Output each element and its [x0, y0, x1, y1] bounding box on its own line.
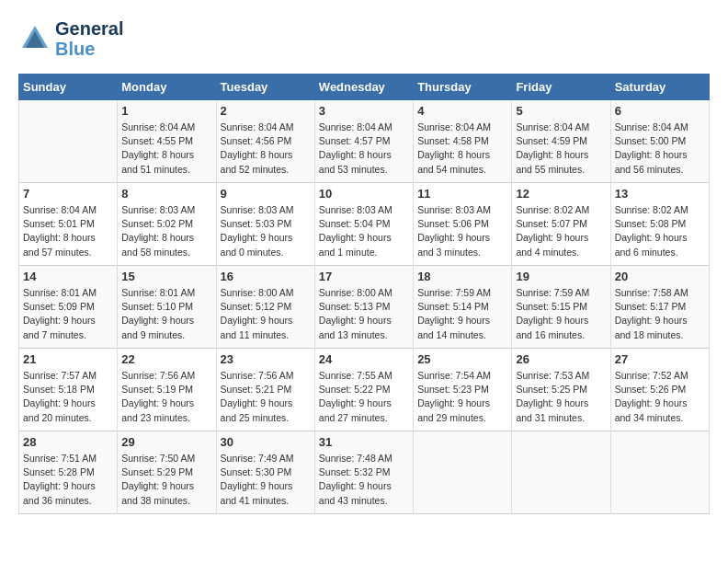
day-number: 15 — [121, 270, 211, 283]
weekday-header-wednesday: Wednesday — [314, 75, 413, 100]
day-number: 2 — [221, 104, 311, 118]
day-content: Sunrise: 8:04 AM Sunset: 4:56 PM Dayligh… — [221, 121, 311, 177]
day-number: 28 — [23, 435, 113, 449]
day-content: Sunrise: 7:51 AM Sunset: 5:28 PM Dayligh… — [23, 452, 113, 508]
calendar-cell — [414, 431, 512, 514]
calendar-week-row: 7Sunrise: 8:04 AM Sunset: 5:01 PM Daylig… — [19, 183, 710, 266]
day-content: Sunrise: 7:52 AM Sunset: 5:26 PM Dayligh… — [615, 369, 705, 425]
calendar-cell: 2Sunrise: 8:04 AM Sunset: 4:56 PM Daylig… — [216, 100, 314, 183]
day-content: Sunrise: 8:01 AM Sunset: 5:09 PM Dayligh… — [23, 286, 113, 342]
calendar-cell: 17Sunrise: 8:00 AM Sunset: 5:13 PM Dayli… — [314, 266, 413, 349]
day-number: 8 — [121, 187, 211, 201]
day-number: 31 — [319, 435, 409, 449]
calendar-cell — [512, 431, 610, 514]
weekday-header-tuesday: Tuesday — [216, 75, 314, 100]
day-content: Sunrise: 8:04 AM Sunset: 4:57 PM Dayligh… — [319, 121, 409, 177]
day-content: Sunrise: 7:59 AM Sunset: 5:15 PM Dayligh… — [516, 286, 606, 342]
day-number: 27 — [615, 352, 705, 366]
day-number: 16 — [221, 270, 311, 283]
page-header: General Blue — [18, 18, 710, 59]
calendar-cell: 6Sunrise: 8:04 AM Sunset: 5:00 PM Daylig… — [610, 100, 709, 183]
day-content: Sunrise: 7:53 AM Sunset: 5:25 PM Dayligh… — [516, 369, 606, 425]
day-number: 1 — [121, 104, 211, 118]
day-number: 10 — [319, 187, 409, 201]
day-number: 4 — [417, 104, 507, 118]
calendar-cell: 9Sunrise: 8:03 AM Sunset: 5:03 PM Daylig… — [216, 183, 314, 266]
day-content: Sunrise: 8:03 AM Sunset: 5:06 PM Dayligh… — [417, 203, 507, 259]
day-content: Sunrise: 8:02 AM Sunset: 5:08 PM Dayligh… — [615, 203, 705, 259]
day-content: Sunrise: 8:01 AM Sunset: 5:10 PM Dayligh… — [121, 286, 211, 342]
day-number: 9 — [221, 187, 311, 201]
day-number: 21 — [23, 352, 113, 366]
calendar-cell: 19Sunrise: 7:59 AM Sunset: 5:15 PM Dayli… — [512, 266, 610, 349]
calendar-cell: 29Sunrise: 7:50 AM Sunset: 5:29 PM Dayli… — [118, 431, 216, 514]
logo: General Blue — [18, 18, 123, 59]
calendar-cell: 31Sunrise: 7:48 AM Sunset: 5:32 PM Dayli… — [314, 431, 413, 514]
calendar-cell: 23Sunrise: 7:56 AM Sunset: 5:21 PM Dayli… — [216, 349, 314, 431]
calendar-cell: 10Sunrise: 8:03 AM Sunset: 5:04 PM Dayli… — [314, 183, 413, 266]
weekday-header-sunday: Sunday — [19, 75, 118, 100]
day-number: 22 — [121, 352, 211, 366]
day-content: Sunrise: 7:49 AM Sunset: 5:30 PM Dayligh… — [221, 452, 311, 508]
calendar-cell: 18Sunrise: 7:59 AM Sunset: 5:14 PM Dayli… — [414, 266, 512, 349]
day-content: Sunrise: 8:00 AM Sunset: 5:12 PM Dayligh… — [221, 286, 311, 342]
logo-text-line1: General — [55, 18, 123, 39]
day-number: 26 — [516, 352, 606, 366]
day-content: Sunrise: 8:04 AM Sunset: 4:55 PM Dayligh… — [121, 121, 211, 177]
calendar-header-row: SundayMondayTuesdayWednesdayThursdayFrid… — [19, 75, 710, 100]
day-number: 3 — [319, 104, 409, 118]
day-number: 13 — [615, 187, 705, 201]
day-content: Sunrise: 8:04 AM Sunset: 5:01 PM Dayligh… — [23, 203, 113, 259]
calendar-cell: 12Sunrise: 8:02 AM Sunset: 5:07 PM Dayli… — [512, 183, 610, 266]
day-content: Sunrise: 7:48 AM Sunset: 5:32 PM Dayligh… — [319, 452, 409, 508]
calendar-table: SundayMondayTuesdayWednesdayThursdayFrid… — [18, 74, 710, 514]
day-number: 23 — [221, 352, 311, 366]
day-content: Sunrise: 8:04 AM Sunset: 5:00 PM Dayligh… — [615, 121, 705, 177]
day-content: Sunrise: 7:59 AM Sunset: 5:14 PM Dayligh… — [417, 286, 507, 342]
calendar-cell: 25Sunrise: 7:54 AM Sunset: 5:23 PM Dayli… — [414, 349, 512, 431]
calendar-week-row: 21Sunrise: 7:57 AM Sunset: 5:18 PM Dayli… — [19, 349, 710, 431]
day-content: Sunrise: 8:04 AM Sunset: 4:59 PM Dayligh… — [516, 121, 606, 177]
day-number: 18 — [417, 270, 507, 283]
calendar-cell: 5Sunrise: 8:04 AM Sunset: 4:59 PM Daylig… — [512, 100, 610, 183]
calendar-cell: 28Sunrise: 7:51 AM Sunset: 5:28 PM Dayli… — [19, 431, 118, 514]
calendar-cell — [19, 100, 118, 183]
day-number: 14 — [23, 270, 113, 283]
day-number: 19 — [516, 270, 606, 283]
weekday-header-thursday: Thursday — [414, 75, 512, 100]
calendar-cell: 11Sunrise: 8:03 AM Sunset: 5:06 PM Dayli… — [414, 183, 512, 266]
day-number: 11 — [417, 187, 507, 201]
calendar-cell: 4Sunrise: 8:04 AM Sunset: 4:58 PM Daylig… — [414, 100, 512, 183]
logo-text-line2: Blue — [55, 39, 123, 59]
calendar-cell: 30Sunrise: 7:49 AM Sunset: 5:30 PM Dayli… — [216, 431, 314, 514]
calendar-cell: 8Sunrise: 8:03 AM Sunset: 5:02 PM Daylig… — [118, 183, 216, 266]
calendar-week-row: 1Sunrise: 8:04 AM Sunset: 4:55 PM Daylig… — [19, 100, 710, 183]
calendar-cell: 20Sunrise: 7:58 AM Sunset: 5:17 PM Dayli… — [610, 266, 709, 349]
day-number: 29 — [121, 435, 211, 449]
calendar-week-row: 14Sunrise: 8:01 AM Sunset: 5:09 PM Dayli… — [19, 266, 710, 349]
calendar-cell: 26Sunrise: 7:53 AM Sunset: 5:25 PM Dayli… — [512, 349, 610, 431]
day-content: Sunrise: 7:54 AM Sunset: 5:23 PM Dayligh… — [417, 369, 507, 425]
calendar-cell: 7Sunrise: 8:04 AM Sunset: 5:01 PM Daylig… — [19, 183, 118, 266]
day-content: Sunrise: 7:50 AM Sunset: 5:29 PM Dayligh… — [121, 452, 211, 508]
day-number: 6 — [615, 104, 705, 118]
calendar-cell: 22Sunrise: 7:56 AM Sunset: 5:19 PM Dayli… — [118, 349, 216, 431]
day-number: 12 — [516, 187, 606, 201]
calendar-cell: 3Sunrise: 8:04 AM Sunset: 4:57 PM Daylig… — [314, 100, 413, 183]
day-content: Sunrise: 8:03 AM Sunset: 5:04 PM Dayligh… — [319, 203, 409, 259]
calendar-cell — [610, 431, 709, 514]
calendar-week-row: 28Sunrise: 7:51 AM Sunset: 5:28 PM Dayli… — [19, 431, 710, 514]
day-content: Sunrise: 8:00 AM Sunset: 5:13 PM Dayligh… — [319, 286, 409, 342]
day-number: 7 — [23, 187, 113, 201]
day-content: Sunrise: 7:56 AM Sunset: 5:21 PM Dayligh… — [221, 369, 311, 425]
calendar-cell: 27Sunrise: 7:52 AM Sunset: 5:26 PM Dayli… — [610, 349, 709, 431]
day-number: 25 — [417, 352, 507, 366]
day-content: Sunrise: 7:57 AM Sunset: 5:18 PM Dayligh… — [23, 369, 113, 425]
weekday-header-saturday: Saturday — [610, 75, 709, 100]
day-content: Sunrise: 7:58 AM Sunset: 5:17 PM Dayligh… — [615, 286, 705, 342]
day-content: Sunrise: 8:03 AM Sunset: 5:03 PM Dayligh… — [221, 203, 311, 259]
calendar-cell: 16Sunrise: 8:00 AM Sunset: 5:12 PM Dayli… — [216, 266, 314, 349]
day-number: 24 — [319, 352, 409, 366]
calendar-cell: 24Sunrise: 7:55 AM Sunset: 5:22 PM Dayli… — [314, 349, 413, 431]
day-content: Sunrise: 8:04 AM Sunset: 4:58 PM Dayligh… — [417, 121, 507, 177]
